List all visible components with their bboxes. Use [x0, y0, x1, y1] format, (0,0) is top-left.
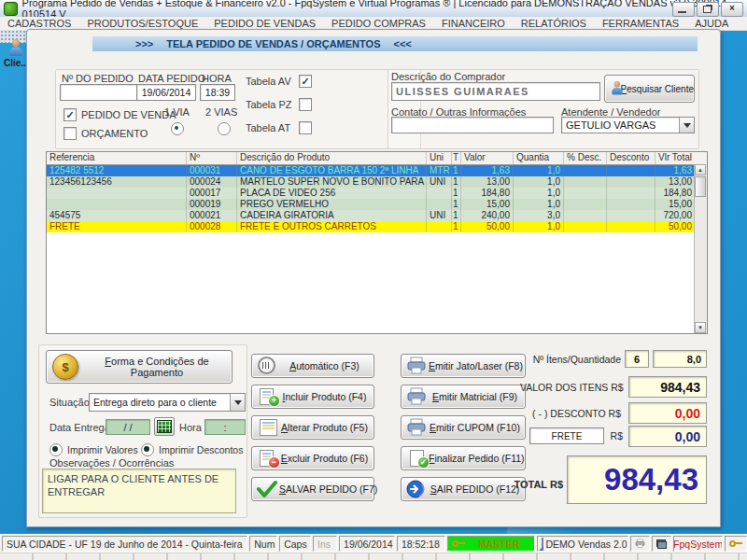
status-lock	[725, 536, 747, 552]
document-add-icon: +	[257, 387, 279, 406]
emitir-jato-laser-button[interactable]: Emitir Jato/Laser (F8)	[401, 354, 526, 378]
tabela-pz-label: Tabela PZ	[246, 99, 294, 110]
menu-ajuda[interactable]: AJUDA	[695, 18, 728, 29]
via1-label: 1 VIA	[164, 106, 190, 118]
table-scrollbar[interactable]: ▲ ▼	[694, 164, 707, 333]
table-row[interactable]: 000017PLACA DE VIDEO 2561184,801,0184,80	[47, 188, 707, 199]
table-row[interactable]: 125482 5512000031CANO DE ESGOTO BARRA 15…	[47, 165, 707, 176]
status-brand: FpqSystem	[673, 536, 723, 552]
buyer-input[interactable]: ULISSES GUIMARAES	[391, 82, 600, 101]
key-icon	[729, 539, 742, 549]
forma-pagamento-button[interactable]: $ Forma e Condições de Pagamento	[46, 350, 233, 384]
close-button[interactable]: ×	[721, 2, 743, 17]
radio-checked-icon	[49, 443, 63, 456]
automatico-button[interactable]: Automático (F3)	[251, 354, 374, 378]
table-row[interactable]: 000019PREGO VERMELHO115,001,015,00	[47, 199, 707, 210]
valor-itens-label: VALOR DOS ITENS R$	[520, 382, 621, 393]
rs-label: R$	[610, 430, 623, 441]
table-header: Referencia Nº Descrição do Produto Uni T…	[47, 152, 707, 165]
printer-icon	[406, 418, 429, 437]
situacao-select[interactable]: Entrega direto para o cliente	[89, 393, 246, 412]
menu-financeiro[interactable]: FINANCEIRO	[442, 18, 505, 29]
incluir-produto-button[interactable]: + Incluir Produto (F4)	[251, 385, 374, 409]
barcode-icon	[257, 357, 279, 375]
desktop-icon-clientes[interactable]: Clie...	[4, 39, 28, 68]
restore-button[interactable]	[697, 2, 719, 17]
desktop: Programa Pedido de Vendas + Estoque & Fi…	[0, 0, 747, 560]
arrow-down-icon: ▼	[698, 325, 703, 330]
table-row[interactable]: 123456123456000024MARTELO SUPER NOVO E B…	[47, 176, 707, 188]
tabela-at-checkbox[interactable]: Tabela AT	[246, 121, 312, 134]
col-quantia: Quantia	[514, 152, 564, 164]
checkbox-checked-icon: ✓	[299, 75, 312, 88]
key-icon	[452, 539, 465, 549]
main-window: >>> TELA PEDIDO DE VENDAS / ORÇAMENTOS <…	[26, 29, 721, 527]
emitir-matricial-button[interactable]: Emitir Matricial (F9)	[401, 385, 526, 409]
close-icon: ×	[729, 3, 735, 13]
scroll-down-button[interactable]: ▼	[695, 322, 706, 333]
status-network	[652, 536, 671, 552]
minimize-button[interactable]	[672, 2, 695, 17]
frete-input[interactable]: FRETE	[529, 427, 604, 444]
situacao-label: Situação	[49, 397, 90, 408]
via2-radio[interactable]	[218, 122, 231, 135]
status-version: DEMO Vendas 2.0	[537, 536, 629, 552]
col-valor: Valor	[461, 152, 514, 164]
menu-cadastros[interactable]: CADASTROS	[7, 18, 71, 29]
tabela-av-checkbox[interactable]: Tabela AV ✓	[246, 75, 312, 88]
status-num: Num	[249, 536, 277, 552]
hora-entrega-label: Hora	[179, 422, 202, 433]
document-edit-icon	[257, 418, 279, 437]
imprimir-descontos-radio[interactable]: Imprimir Descontos	[141, 443, 243, 456]
status-ins: Ins	[313, 536, 337, 552]
menu-pedido-vendas[interactable]: PEDIDO DE VENDAS	[214, 18, 316, 29]
printer-icon	[406, 357, 429, 375]
menu-ferramentas[interactable]: FERRAMENTAS	[602, 18, 679, 29]
banner-suffix: <<<	[393, 38, 411, 49]
scroll-up-button[interactable]: ▲	[695, 164, 706, 175]
order-time-label: HORA	[202, 73, 232, 84]
salvar-pedido-button[interactable]: SALVAR PEDIDO (F7)	[251, 477, 374, 501]
data-entrega-input[interactable]: / /	[106, 419, 150, 435]
app-icon	[4, 2, 18, 16]
col-desconto: Desconto	[607, 152, 655, 164]
imprimir-valores-radio[interactable]: Imprimir Valores	[49, 443, 138, 456]
buyer-label: Descrição do Comprador	[391, 71, 505, 82]
observacoes-textarea[interactable]: LIGAR PARA O CLIENTE ANTES DE ENTREGAR	[42, 469, 236, 513]
document-remove-icon: −	[257, 449, 279, 468]
checkbox-unchecked-icon	[299, 121, 312, 134]
pesquisar-cliente-button[interactable]: Pesquisar Cliente	[604, 75, 695, 103]
observacoes-label: Observações / Ocorrências	[49, 457, 174, 469]
banner-title: TELA PEDIDO DE VENDAS / ORÇAMENTOS	[166, 38, 380, 49]
status-caps: Caps	[279, 536, 311, 552]
order-date-label: DATA PEDIDO	[138, 73, 205, 84]
orcamento-checkbox[interactable]: ORÇAMENTO	[63, 127, 148, 140]
order-date-input[interactable]: 19/06/2014	[136, 84, 196, 101]
vendedor-select[interactable]: GETULIO VARGAS	[561, 117, 695, 133]
table-row[interactable]: 454575000021CADEIRA GIRATORIAUNI1240,003…	[47, 210, 707, 221]
frete-valor-field[interactable]: 0,00	[628, 426, 707, 447]
via1-radio[interactable]	[171, 122, 184, 135]
calendar-button[interactable]	[154, 417, 175, 436]
status-user: MASTER	[447, 536, 535, 552]
arrow-up-icon: ▲	[698, 167, 703, 173]
menu-pedido-compras[interactable]: PEDIDO COMPRAS	[331, 18, 426, 29]
table-row-frete[interactable]: FRETE000028FRETE E OUTROS CARRETOS150,00…	[47, 221, 707, 232]
menu-produtos-estoque[interactable]: PRODUTOS/ESTOQUE	[87, 18, 198, 29]
page-icon	[542, 538, 543, 551]
col-descricao: Descrição do Produto	[237, 152, 427, 164]
tabela-pz-checkbox[interactable]: Tabela PZ	[246, 98, 312, 111]
alterar-produto-button[interactable]: Alterar Produto (F5)	[251, 415, 374, 440]
finalizar-pedido-button[interactable]: ✓ Finalizar Pedido (F11)	[401, 446, 526, 470]
minimize-icon	[678, 11, 686, 13]
emitir-cupom-button[interactable]: Emitir CUPOM (F10)	[401, 415, 526, 440]
hora-entrega-input[interactable]: :	[204, 419, 246, 435]
col-referencia: Referencia	[47, 152, 187, 164]
menu-relatorios[interactable]: RELATÓRIOS	[521, 18, 586, 29]
scroll-thumb[interactable]	[695, 176, 706, 197]
excluir-produto-button[interactable]: − Excluir Produto (F6)	[251, 446, 374, 470]
contact-input[interactable]	[391, 117, 554, 133]
pedido-venda-checkbox[interactable]: ✓ PEDIDO DE VENDA	[63, 108, 176, 121]
exit-arrow-icon	[406, 480, 429, 498]
order-time-input[interactable]: 18:39	[200, 84, 235, 101]
